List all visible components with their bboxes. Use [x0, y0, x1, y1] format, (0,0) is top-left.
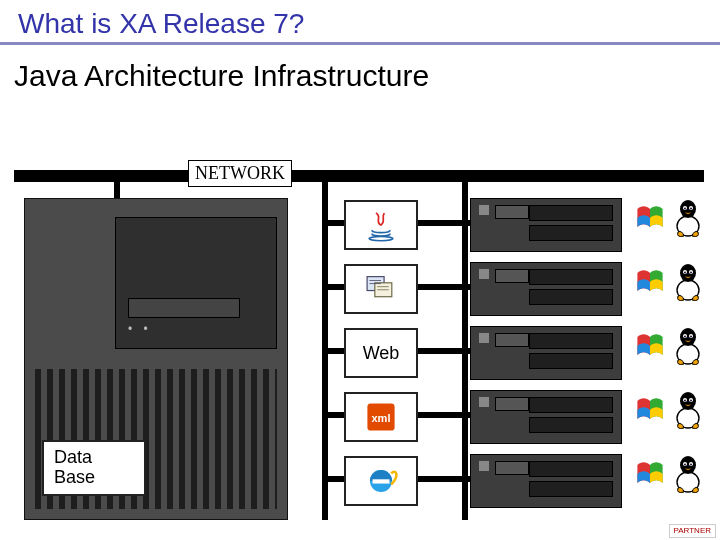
app-server — [470, 454, 622, 508]
host-screens-icon — [364, 272, 398, 306]
svg-point-21 — [685, 272, 687, 274]
svg-point-34 — [691, 400, 693, 402]
page-subtitle: Java Architecture Infrastructure — [0, 55, 720, 103]
linux-icon — [672, 198, 704, 238]
svg-point-27 — [685, 336, 687, 338]
protocol-web: Web — [344, 328, 418, 378]
app-server — [470, 390, 622, 444]
windows-icon — [632, 328, 668, 364]
svg-point-39 — [685, 464, 687, 466]
client-os-row — [632, 262, 712, 312]
network-label: NETWORK — [188, 160, 292, 187]
database-label-line1: Data — [54, 447, 92, 467]
svg-point-16 — [691, 208, 693, 210]
svg-point-24 — [680, 328, 696, 346]
svg-point-12 — [680, 200, 696, 218]
client-os-row — [632, 390, 712, 440]
linux-icon — [672, 454, 704, 494]
svg-point-15 — [685, 208, 687, 210]
svg-point-28 — [691, 336, 693, 338]
windows-icon — [632, 456, 668, 492]
protocol-xml: xml — [344, 392, 418, 442]
protocol-web-label: Web — [363, 343, 400, 364]
partner-badge: PARTNER — [669, 524, 717, 538]
title-underline — [0, 42, 720, 45]
drop-mainframe — [114, 180, 120, 200]
svg-point-18 — [680, 264, 696, 282]
svg-point-36 — [680, 456, 696, 474]
mainframe-indicators: • • — [128, 322, 152, 336]
app-server — [470, 198, 622, 252]
svg-point-22 — [691, 272, 693, 274]
windows-icon — [632, 200, 668, 236]
linux-icon — [672, 390, 704, 430]
linux-icon — [672, 262, 704, 302]
xml-icon: xml — [364, 400, 398, 434]
java-icon — [364, 208, 398, 242]
svg-text:xml: xml — [371, 412, 390, 424]
client-os-row — [632, 454, 712, 504]
svg-point-30 — [680, 392, 696, 410]
page-title: What is XA Release 7? — [0, 0, 720, 42]
app-server — [470, 326, 622, 380]
database-label-line2: Base — [54, 467, 95, 487]
protocol-browser — [344, 456, 418, 506]
database-label: Data Base — [42, 440, 146, 496]
protocol-java — [344, 200, 418, 250]
windows-icon — [632, 392, 668, 428]
windows-icon — [632, 264, 668, 300]
client-os-row — [632, 326, 712, 376]
svg-point-0 — [369, 236, 393, 240]
protocol-host-screens — [344, 264, 418, 314]
svg-rect-10 — [373, 479, 390, 483]
client-os-row — [632, 198, 712, 248]
mainframe-cpu-unit: • • — [115, 217, 277, 349]
svg-point-33 — [685, 400, 687, 402]
architecture-diagram: NETWORK • • Data Base — [14, 150, 714, 530]
svg-point-40 — [691, 464, 693, 466]
linux-icon — [672, 326, 704, 366]
app-server — [470, 262, 622, 316]
mainframe-drive-bay — [128, 298, 240, 318]
ie-icon — [364, 464, 398, 498]
